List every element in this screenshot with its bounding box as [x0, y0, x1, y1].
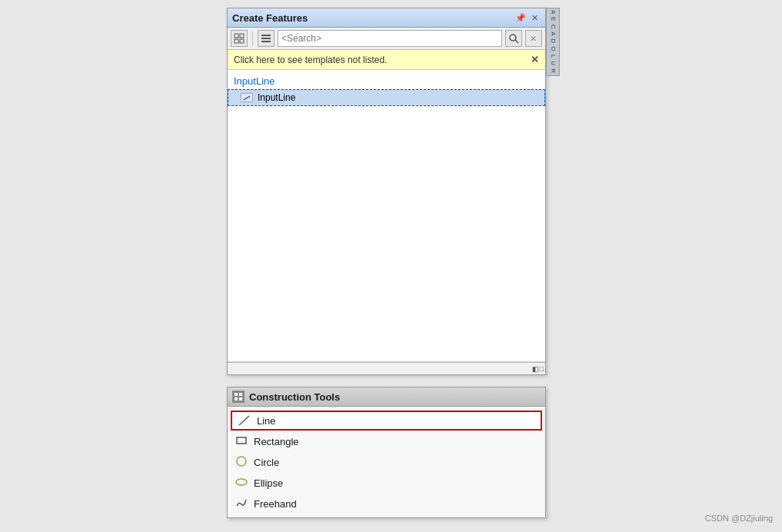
template-line-icon: [241, 93, 253, 102]
circle-icon: [235, 455, 248, 470]
panel-scrollbar[interactable]: ◧ □: [228, 362, 545, 374]
construction-icon: [232, 391, 245, 403]
tool-line[interactable]: Line: [231, 411, 542, 431]
svg-rect-5: [261, 38, 271, 39]
create-features-titlebar: Create Features 📌 ✕: [228, 8, 545, 28]
svg-point-7: [510, 35, 516, 41]
pin-icon[interactable]: 📌: [514, 12, 527, 24]
watermark-text: CSDN @DZjiuling: [705, 514, 773, 523]
notification-text: Click here to see templates not listed.: [234, 55, 387, 65]
svg-point-17: [236, 479, 247, 485]
ellipse-icon: [235, 476, 248, 490]
svg-rect-0: [235, 34, 238, 38]
template-group-header[interactable]: InputLine: [228, 73, 545, 89]
toolbar-grid-btn[interactable]: [231, 30, 248, 47]
close-panel-button[interactable]: ✕: [528, 12, 541, 24]
rectangle-icon: [235, 434, 248, 449]
create-features-panel: Create Features 📌 ✕: [227, 8, 546, 375]
templates-list: InputLine InputLine: [228, 70, 545, 362]
tool-ellipse[interactable]: Ellipse: [228, 473, 545, 494]
construction-title: Construction Tools: [249, 391, 340, 403]
svg-rect-11: [239, 393, 242, 396]
svg-text:✕: ✕: [530, 34, 537, 43]
tool-circle-label: Circle: [254, 457, 279, 468]
tool-rectangle[interactable]: Rectangle: [228, 431, 545, 452]
svg-rect-4: [261, 35, 271, 36]
svg-line-14: [239, 416, 249, 425]
tool-ellipse-label: Ellipse: [254, 477, 283, 489]
notification-close-btn[interactable]: ✕: [531, 54, 539, 65]
svg-rect-2: [235, 39, 238, 43]
svg-point-16: [237, 457, 246, 466]
grid-icon: [234, 33, 245, 44]
panel-toolbar: ✕: [228, 28, 545, 50]
right-sidebar-strip: A E C A D O L U R: [546, 8, 560, 76]
tool-freehand[interactable]: Freehand: [228, 494, 545, 514]
tool-rectangle-label: Rectangle: [254, 436, 299, 447]
toolbar-list-btn[interactable]: [258, 30, 275, 47]
tool-freehand-label: Freehand: [254, 498, 297, 510]
svg-rect-13: [239, 397, 242, 401]
clear-icon: ✕: [528, 33, 539, 44]
sidebar-text: A E C A D O L U R: [550, 10, 557, 74]
svg-rect-1: [240, 34, 244, 38]
construction-titlebar: Construction Tools: [228, 387, 545, 407]
svg-rect-10: [235, 393, 238, 396]
toolbar-sep: [252, 32, 253, 45]
notification-bar[interactable]: Click here to see templates not listed. …: [228, 50, 545, 70]
svg-rect-3: [240, 39, 244, 43]
svg-rect-15: [237, 437, 246, 444]
search-btn[interactable]: [505, 30, 522, 47]
svg-line-8: [515, 40, 518, 43]
line-icon: [238, 414, 251, 427]
search-icon: [508, 33, 519, 44]
construction-tools-list: Line Rectangle Circle: [228, 407, 545, 517]
list-icon: [261, 33, 271, 44]
create-features-title: Create Features: [232, 12, 308, 24]
svg-rect-12: [235, 397, 238, 401]
template-item-inputline[interactable]: InputLine: [228, 89, 545, 106]
svg-rect-6: [261, 41, 271, 42]
freehand-icon: [235, 497, 248, 511]
tool-line-label: Line: [257, 415, 276, 427]
tool-circle[interactable]: Circle: [228, 452, 545, 473]
template-item-label: InputLine: [258, 92, 295, 103]
clear-search-btn[interactable]: ✕: [525, 30, 542, 47]
watermark: CSDN @DZjiuling: [705, 514, 773, 523]
titlebar-icons: 📌 ✕: [514, 12, 541, 24]
search-container: [278, 30, 502, 47]
construction-tools-panel: Construction Tools Line Rectangle: [227, 387, 546, 518]
search-input[interactable]: [281, 33, 498, 44]
panel-corner-icons: ◧ □: [532, 365, 544, 373]
